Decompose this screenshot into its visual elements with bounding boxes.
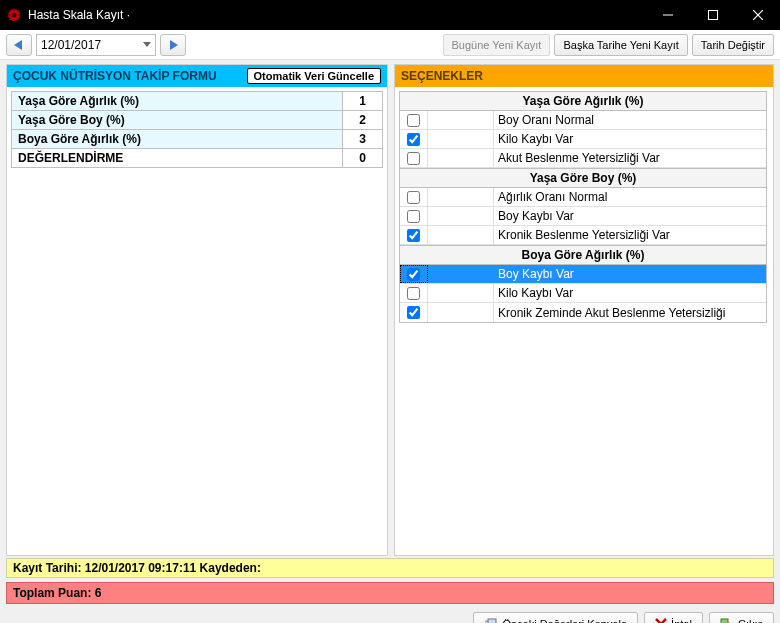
option-checkbox-cell[interactable] (400, 207, 428, 225)
option-spacer (428, 284, 494, 302)
copy-icon (484, 617, 498, 623)
options-panel: SEÇENEKLER Yaşa Göre Ağırlık (%)Boy Oran… (394, 64, 774, 556)
option-checkbox[interactable] (407, 133, 420, 146)
form-row-label: Boya Göre Ağırlık (%) (12, 130, 343, 149)
option-label: Ağırlık Oranı Normal (494, 190, 766, 204)
prev-button[interactable] (6, 34, 32, 56)
option-checkbox-cell[interactable] (400, 265, 428, 283)
option-row[interactable]: Akut Beslenme Yetersizliği Var (400, 149, 766, 168)
chevron-down-icon (143, 42, 151, 48)
change-date-button[interactable]: Tarih Değiştir (692, 34, 774, 56)
option-row[interactable]: Boy Oranı Normal (400, 111, 766, 130)
new-record-today-button: Bugüne Yeni Kayıt (443, 34, 551, 56)
auto-update-button[interactable]: Otomatik Veri Güncelle (247, 68, 381, 84)
titlebar: Hasta Skala Kayıt · (0, 0, 780, 30)
option-checkbox[interactable] (407, 191, 420, 204)
form-row-value: 2 (343, 111, 383, 130)
option-label: Kronik Beslenme Yetersizliği Var (494, 228, 766, 242)
option-checkbox-cell[interactable] (400, 149, 428, 167)
total-score-value: 6 (95, 586, 102, 600)
svg-rect-21 (721, 619, 728, 623)
exit-icon (720, 617, 734, 623)
option-spacer (428, 207, 494, 225)
total-score-bar: Toplam Puan: 6 (6, 582, 774, 604)
form-panel-header: ÇOCUK NÜTRİSYON TAKİP FORMU Otomatik Ver… (7, 65, 387, 87)
options-panel-title: SEÇENEKLER (401, 69, 483, 83)
option-row[interactable]: Boy Kaybı Var (400, 207, 766, 226)
option-label: Kronik Zeminde Akut Beslenme Yetersizliğ… (494, 306, 766, 320)
option-checkbox[interactable] (407, 152, 420, 165)
form-row-value: 0 (343, 149, 383, 168)
option-label: Akut Beslenme Yetersizliği Var (494, 151, 766, 165)
next-button[interactable] (160, 34, 186, 56)
exit-button[interactable]: Çıkış (709, 612, 774, 623)
close-button[interactable] (735, 0, 780, 30)
option-checkbox[interactable] (407, 114, 420, 127)
form-row[interactable]: Yaşa Göre Ağırlık (%)1 (12, 92, 383, 111)
option-group-header: Yaşa Göre Boy (%) (400, 168, 766, 188)
cancel-button[interactable]: İptal (644, 612, 703, 623)
form-row-label: Yaşa Göre Ağırlık (%) (12, 92, 343, 111)
option-checkbox[interactable] (407, 229, 420, 242)
cancel-icon (655, 618, 667, 623)
svg-marker-15 (143, 42, 151, 47)
form-row[interactable]: DEĞERLENDİRME0 (12, 149, 383, 168)
svg-rect-11 (708, 11, 717, 20)
form-row-label: DEĞERLENDİRME (12, 149, 343, 168)
option-row[interactable]: Kilo Kaybı Var (400, 284, 766, 303)
option-checkbox-cell[interactable] (400, 303, 428, 322)
option-label: Kilo Kaybı Var (494, 132, 766, 146)
record-datetime: 12/01/2017 09:17:11 (85, 561, 196, 575)
maximize-button[interactable] (690, 0, 735, 30)
toolbar: 12/01/2017 Bugüne Yeni Kayıt Başka Tarih… (0, 30, 780, 60)
form-row-value: 3 (343, 130, 383, 149)
form-row[interactable]: Boya Göre Ağırlık (%)3 (12, 130, 383, 149)
option-checkbox-cell[interactable] (400, 188, 428, 206)
svg-rect-18 (488, 619, 496, 623)
option-spacer (428, 303, 494, 322)
option-checkbox[interactable] (407, 306, 420, 319)
option-checkbox[interactable] (407, 268, 420, 281)
form-table: Yaşa Göre Ağırlık (%)1Yaşa Göre Boy (%)2… (11, 91, 383, 168)
svg-point-1 (12, 13, 17, 18)
option-checkbox-cell[interactable] (400, 130, 428, 148)
option-label: Boy Kaybı Var (494, 267, 766, 281)
svg-marker-14 (14, 40, 22, 50)
minimize-button[interactable] (645, 0, 690, 30)
option-checkbox-cell[interactable] (400, 284, 428, 302)
option-row[interactable]: Kilo Kaybı Var (400, 130, 766, 149)
date-value: 12/01/2017 (41, 38, 101, 52)
option-checkbox[interactable] (407, 210, 420, 223)
options-list: Yaşa Göre Ağırlık (%)Boy Oranı NormalKil… (399, 91, 767, 323)
option-checkbox-cell[interactable] (400, 226, 428, 244)
option-spacer (428, 188, 494, 206)
option-spacer (428, 111, 494, 129)
footer: Önceki Değerleri Kopyala İptal Çıkış (0, 604, 780, 623)
option-checkbox-cell[interactable] (400, 111, 428, 129)
form-row[interactable]: Yaşa Göre Boy (%)2 (12, 111, 383, 130)
option-spacer (428, 149, 494, 167)
option-spacer (428, 226, 494, 244)
option-label: Boy Oranı Normal (494, 113, 766, 127)
option-row[interactable]: Kronik Beslenme Yetersizliği Var (400, 226, 766, 245)
new-record-other-date-button[interactable]: Başka Tarihe Yeni Kayıt (554, 34, 687, 56)
option-group-header: Boya Göre Ağırlık (%) (400, 245, 766, 265)
options-panel-header: SEÇENEKLER (395, 65, 773, 87)
option-row[interactable]: Ağırlık Oranı Normal (400, 188, 766, 207)
form-panel-title: ÇOCUK NÜTRİSYON TAKİP FORMU (13, 69, 217, 83)
option-label: Boy Kaybı Var (494, 209, 766, 223)
option-spacer (428, 130, 494, 148)
form-row-value: 1 (343, 92, 383, 111)
app-icon (6, 7, 22, 23)
option-group-header: Yaşa Göre Ağırlık (%) (400, 92, 766, 111)
option-label: Kilo Kaybı Var (494, 286, 766, 300)
record-info-bar: Kayıt Tarihi: 12/01/2017 09:17:11 Kayded… (6, 558, 774, 578)
window-title: Hasta Skala Kayıt · (28, 8, 130, 22)
form-panel: ÇOCUK NÜTRİSYON TAKİP FORMU Otomatik Ver… (6, 64, 388, 556)
option-checkbox[interactable] (407, 287, 420, 300)
option-row[interactable]: Boy Kaybı Var (400, 265, 766, 284)
date-combo[interactable]: 12/01/2017 (36, 34, 156, 56)
option-row[interactable]: Kronik Zeminde Akut Beslenme Yetersizliğ… (400, 303, 766, 322)
form-row-label: Yaşa Göre Boy (%) (12, 111, 343, 130)
copy-previous-button[interactable]: Önceki Değerleri Kopyala (473, 612, 638, 623)
